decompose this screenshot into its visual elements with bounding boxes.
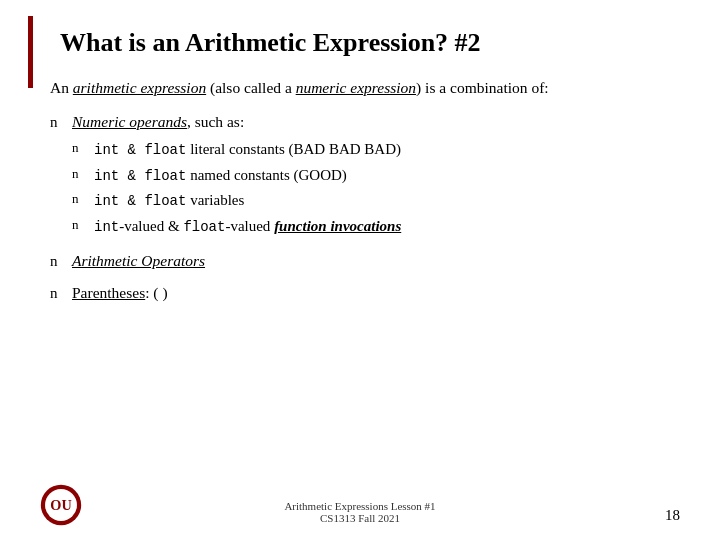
sub-text-3: variables: [190, 192, 244, 208]
sub-content-3: int & float variables: [94, 189, 244, 213]
code-int-float-3: int & float: [94, 193, 186, 209]
arithmetic-operators-label: Arithmetic Operators: [72, 252, 205, 269]
intro-paragraph: An arithmetic expression (also called a …: [50, 76, 680, 100]
sub-marker-1: n: [72, 138, 94, 158]
sub-content-2: int & float named constants (GOOD): [94, 164, 347, 188]
parentheses-suffix: : ( ): [145, 284, 167, 301]
numeric-operands-label: Numeric operands: [72, 113, 187, 130]
sub-item-invocations: n int-valued & float-valued function inv…: [72, 215, 680, 239]
bullet-content-2: Arithmetic Operators: [72, 249, 680, 273]
code-float-valued: float: [183, 219, 225, 235]
bullet-marker-2: n: [50, 250, 72, 273]
footer-text: Arithmetic Expressions Lesson #1 CS1313 …: [284, 500, 435, 524]
function-invocations-label: function invocations: [274, 218, 401, 234]
red-bar: [28, 16, 33, 88]
term-numeric-expression: numeric expression: [296, 79, 416, 96]
bullet-marker-3: n: [50, 282, 72, 305]
sub-item-literal: n int & float literal constants (BAD BAD…: [72, 138, 680, 162]
bullet-numeric-operands: n Numeric operands, such as: n int & flo…: [50, 110, 680, 241]
sub-item-variables: n int & float variables: [72, 189, 680, 213]
code-int-valued: int: [94, 219, 119, 235]
footer-line2: CS1313 Fall 2021: [284, 512, 435, 524]
sub-list-operands: n int & float literal constants (BAD BAD…: [72, 138, 680, 239]
sub-marker-3: n: [72, 189, 94, 209]
term-arithmetic-expression: arithmetic expression: [73, 79, 206, 96]
bullet-content-1: Numeric operands, such as: n int & float…: [72, 110, 680, 241]
main-bullet-list: n Numeric operands, such as: n int & flo…: [50, 110, 680, 305]
sub-content-1: int & float literal constants (BAD BAD B…: [94, 138, 401, 162]
footer: Arithmetic Expressions Lesson #1 CS1313 …: [0, 500, 720, 524]
slide: What is an Arithmetic Expression? #2 An …: [0, 0, 720, 540]
bullet-arithmetic-operators: n Arithmetic Operators: [50, 249, 680, 273]
slide-content: An arithmetic expression (also called a …: [50, 76, 680, 305]
code-int-float-2: int & float: [94, 168, 186, 184]
slide-title: What is an Arithmetic Expression? #2: [60, 24, 680, 58]
sub-item-named: n int & float named constants (GOOD): [72, 164, 680, 188]
sub-content-4: int-valued & float-valued function invoc…: [94, 215, 401, 239]
parentheses-label: Parentheses: [72, 284, 145, 301]
sub-marker-2: n: [72, 164, 94, 184]
numeric-operands-suffix: , such as:: [187, 113, 244, 130]
bullet-marker-1: n: [50, 111, 72, 134]
sub-text-2: named constants (GOOD): [190, 167, 347, 183]
footer-line1: Arithmetic Expressions Lesson #1: [284, 500, 435, 512]
code-int-float-1: int & float: [94, 142, 186, 158]
bullet-parentheses: n Parentheses: ( ): [50, 281, 680, 305]
sub-marker-4: n: [72, 215, 94, 235]
page-number: 18: [665, 507, 680, 524]
bullet-content-3: Parentheses: ( ): [72, 281, 680, 305]
sub-text-1: literal constants (BAD BAD BAD): [190, 141, 401, 157]
title-text: What is an Arithmetic Expression? #2: [60, 28, 481, 57]
